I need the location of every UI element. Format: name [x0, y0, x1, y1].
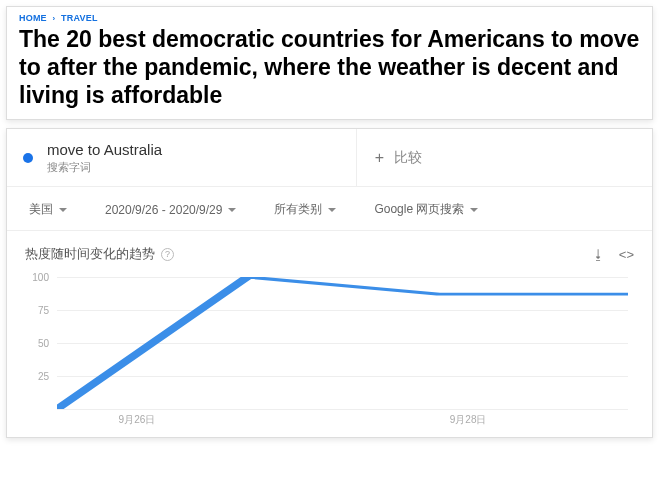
filter-category[interactable]: 所有类别: [274, 201, 336, 218]
breadcrumb-home[interactable]: HOME: [19, 13, 47, 23]
search-term-text: move to Australia 搜索字词: [47, 141, 162, 174]
filter-date-label: 2020/9/26 - 2020/9/29: [105, 203, 222, 217]
search-term-cell[interactable]: move to Australia 搜索字词: [7, 129, 357, 186]
chart-area: 100 75 50 25 9月26日 9月28日: [7, 269, 652, 437]
grid-line: [57, 409, 628, 410]
breadcrumb[interactable]: HOME › TRAVEL: [19, 13, 640, 23]
breadcrumb-section[interactable]: TRAVEL: [61, 13, 98, 23]
x-tick: 9月26日: [119, 413, 156, 427]
chart-title: 热度随时间变化的趋势: [25, 245, 155, 263]
help-icon[interactable]: ?: [161, 248, 174, 261]
filter-search-type-label: Google 网页搜索: [374, 201, 464, 218]
x-axis: 9月26日 9月28日: [57, 413, 628, 427]
download-icon[interactable]: ⭳: [592, 247, 605, 262]
series-line: [57, 277, 628, 409]
chevron-down-icon: [328, 208, 336, 212]
search-row: move to Australia 搜索字词 + 比较: [7, 129, 652, 187]
series-color-dot: [23, 153, 33, 163]
filter-date-range[interactable]: 2020/9/26 - 2020/9/29: [105, 203, 236, 217]
chevron-down-icon: [59, 208, 67, 212]
x-tick: 9月28日: [450, 413, 487, 427]
compare-label: 比较: [394, 149, 422, 167]
compare-button[interactable]: + 比较: [357, 129, 652, 186]
plus-icon: +: [375, 149, 384, 167]
filters-row: 美国 2020/9/26 - 2020/9/29 所有类别 Google 网页搜…: [7, 187, 652, 231]
filter-search-type[interactable]: Google 网页搜索: [374, 201, 478, 218]
y-tick: 50: [38, 338, 49, 349]
y-tick: 100: [32, 272, 49, 283]
plot-area: [57, 277, 628, 409]
chevron-down-icon: [470, 208, 478, 212]
article-card: HOME › TRAVEL The 20 best democratic cou…: [6, 6, 653, 120]
filter-region-label: 美国: [29, 201, 53, 218]
y-tick: 75: [38, 305, 49, 316]
embed-icon[interactable]: <>: [619, 247, 634, 262]
y-axis: 100 75 50 25: [23, 277, 49, 409]
chart-actions: ⭳ <>: [592, 247, 634, 262]
chevron-right-icon: ›: [53, 14, 56, 23]
line-chart-svg: [57, 277, 628, 409]
article-headline: The 20 best democratic countries for Ame…: [19, 25, 640, 109]
chart-header: 热度随时间变化的趋势 ? ⭳ <>: [7, 231, 652, 269]
search-term-sub: 搜索字词: [47, 161, 162, 174]
y-tick: 25: [38, 371, 49, 382]
chevron-down-icon: [228, 208, 236, 212]
trends-card: move to Australia 搜索字词 + 比较 美国 2020/9/26…: [6, 128, 653, 438]
search-term-main: move to Australia: [47, 141, 162, 159]
filter-category-label: 所有类别: [274, 201, 322, 218]
filter-region[interactable]: 美国: [29, 201, 67, 218]
